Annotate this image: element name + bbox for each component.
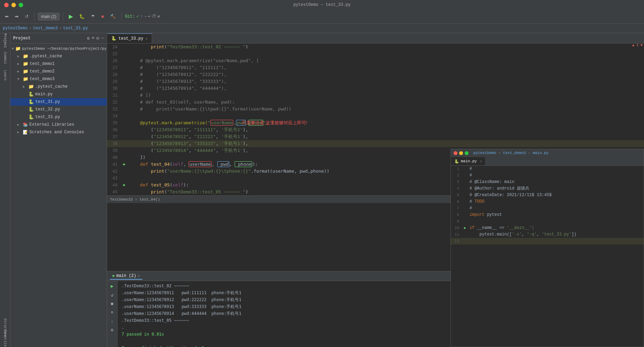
line-code-37: ("12345678912", "222222", '手机号1'), xyxy=(128,133,644,140)
tree-item-demo3[interactable]: ▼ 📁 test_demo3 xyxy=(10,75,107,83)
bottom-sidebar: ▶ ↺ ■ ≡ ↓ ⚙ xyxy=(107,281,117,347)
project-close-icon[interactable]: — xyxy=(101,36,104,41)
tree-label-demo2: test_demo2 xyxy=(30,69,55,74)
mini-title-dir[interactable]: test_demo3 xyxy=(503,151,526,155)
mini-line-11: 11 pytest.main(['-s', '-q', 'test_33.py'… xyxy=(451,231,644,238)
tab-run[interactable]: ▶ main (2) ✕ xyxy=(110,273,142,280)
code-line-28: 28 # ("12345678912", "222222"), xyxy=(107,71,644,78)
gutter-29 xyxy=(121,78,128,85)
mini-title-sep2: › xyxy=(528,151,532,155)
coverage-button[interactable]: ☂ xyxy=(89,13,97,20)
mini-line-10: 10 ▶ if __name__ == '__main__': xyxy=(451,225,644,231)
tree-arrow-demo1: ▶ xyxy=(17,62,21,66)
line-num-32: 32 xyxy=(107,99,121,106)
titlebar: pytestDemo – test_33.py xyxy=(0,0,644,10)
tree-item-ext-libs[interactable]: ▶ 📚 External Libraries xyxy=(10,121,107,128)
tree-arrow-ext: ▶ xyxy=(17,123,21,127)
project-file-tree: ▼ 📁 pytestDemo ~/Desktop/pythonProject/p… xyxy=(10,44,107,347)
sidebar-icon-project[interactable]: Project xyxy=(0,36,10,46)
mini-ln-11: 11 xyxy=(451,231,462,238)
maximize-button[interactable] xyxy=(19,3,23,7)
toolbar-separator2 xyxy=(63,12,63,21)
project-settings-icon[interactable]: ⚙ xyxy=(87,36,90,41)
build-button[interactable]: 🔨 xyxy=(108,13,118,20)
gutter-41: ▶ xyxy=(121,161,128,168)
tree-icon-pytest-d3: 📁 xyxy=(28,84,34,89)
project-panel-header: Project ⚙ ≡ ⊟ — xyxy=(10,33,107,44)
mini-code-area[interactable]: 1 # 2 # 3 # @ClassName: main 4 # @Author… xyxy=(451,166,644,347)
line-num-44: 44 xyxy=(107,182,121,189)
tree-arrow-pytest-d3: ▶ xyxy=(23,85,27,89)
mini-tab-main[interactable]: 🐍 main.py ✕ xyxy=(451,157,486,165)
toolbar-refresh[interactable]: ↺ xyxy=(23,13,31,20)
tab-close-test33[interactable]: ✕ xyxy=(145,37,148,41)
mini-ln-6: 6 xyxy=(451,199,462,205)
run-gutter-41[interactable]: ▶ xyxy=(123,161,126,168)
code-line-26: 26 # @pytest.mark.parametrize("userName,… xyxy=(107,57,644,64)
line-num-41: 41 xyxy=(107,161,121,168)
stop-button[interactable]: ■ xyxy=(99,13,106,20)
run-button[interactable]: ▶ xyxy=(67,12,75,21)
bs-stop-btn[interactable]: ■ xyxy=(110,300,115,308)
mini-tab-close[interactable]: ✕ xyxy=(480,160,482,163)
mini-title-file[interactable]: main.py xyxy=(533,151,549,155)
bs-rerun-btn[interactable]: ↺ xyxy=(110,291,115,299)
mini-gutter-10: ▶ xyxy=(462,225,468,231)
tab-test33[interactable]: 🐍 test_33.py ✕ xyxy=(107,33,152,43)
close-button[interactable] xyxy=(4,3,9,7)
mini-lc-7: # xyxy=(468,205,644,212)
code-line-37: 37 ("12345678912", "222222", '手机号1'), xyxy=(107,133,644,140)
breadcrumb-file[interactable]: test_33.py xyxy=(63,26,88,31)
tree-item-pytest-cache-d3[interactable]: ▶ 📁 .pytest_cache xyxy=(10,83,107,90)
mini-maximize-btn[interactable] xyxy=(465,151,468,155)
toolbar-separator xyxy=(34,12,35,21)
mini-run-10[interactable]: ▶ xyxy=(464,225,466,231)
tree-item-test33[interactable]: ▶ 🐍 test_33.py xyxy=(10,113,107,121)
tree-icon-ext: 📚 xyxy=(23,122,28,127)
tree-item-scratches[interactable]: ▶ 📝 Scratches and Consoles xyxy=(10,128,107,136)
line-code-25 xyxy=(128,50,644,57)
tree-item-demo1[interactable]: ▶ 📁 test_demo1 xyxy=(10,60,107,68)
mini-minimize-btn[interactable] xyxy=(459,151,463,155)
branch-selector[interactable]: main (2) xyxy=(38,13,59,20)
line-num-40: 40 xyxy=(107,154,121,161)
sidebar-icon-commit[interactable]: Commit xyxy=(0,53,10,63)
line-code-35: @pytest.mark.parametrize("userName,pwd,p… xyxy=(128,119,644,126)
project-collapse-icon[interactable]: ⊟ xyxy=(96,36,99,41)
minimize-button[interactable] xyxy=(11,3,16,7)
breadcrumb-dir[interactable]: test_demo3 xyxy=(33,26,58,31)
mini-close-btn[interactable] xyxy=(454,151,457,155)
debug-button[interactable]: 🐛 xyxy=(77,13,87,20)
tree-root[interactable]: ▼ 📁 pytestDemo ~/Desktop/pythonProject/p… xyxy=(10,45,107,52)
mini-title-root[interactable]: pytestDemo xyxy=(473,151,496,155)
tree-label-pytest-root: .pytest_cache xyxy=(30,54,62,59)
bs-filter-btn[interactable]: ≡ xyxy=(110,309,115,316)
mini-line-4: 4 # @Author: android 超级兵 xyxy=(451,185,644,192)
project-sort-icon[interactable]: ≡ xyxy=(92,36,95,41)
bs-settings-btn[interactable]: ⚙ xyxy=(110,326,115,334)
code-line-34: 34 xyxy=(107,113,644,119)
mini-lc-4: # @Author: android 超级兵 xyxy=(468,185,644,192)
tree-item-test32[interactable]: ▶ 🐍 test_32.py xyxy=(10,106,107,113)
breadcrumb-root[interactable]: pytestDemo xyxy=(3,26,28,31)
run-tab-close[interactable]: ✕ xyxy=(138,274,140,278)
bs-scroll-btn[interactable]: ↓ xyxy=(110,318,115,325)
toolbar-nav-back[interactable]: ⬅ xyxy=(3,13,11,20)
toolbar-nav-forward[interactable]: ➡ xyxy=(13,13,21,20)
tree-item-main-py[interactable]: ▶ 🐍 main.py xyxy=(10,90,107,98)
mini-editor: pytestDemo › test_demo3 › main.py 🐍 main… xyxy=(451,149,644,347)
gutter-40 xyxy=(121,154,128,161)
mini-lc-9 xyxy=(468,218,644,225)
tree-item-test31[interactable]: ▶ 🐍 test_31.py xyxy=(10,98,107,106)
sidebar-icon-favorites[interactable]: Favorites xyxy=(0,335,10,344)
mini-ln-10: 10 xyxy=(451,225,462,231)
code-line-25: 25 xyxy=(107,50,644,57)
code-line-24: 24 print("TestDemo33::test_02 ~~~~~~ ") xyxy=(107,44,644,50)
tree-item-demo2[interactable]: ▶ 📁 test_demo2 xyxy=(10,68,107,75)
tree-label-t31: test_31.py xyxy=(35,99,60,104)
bs-run-btn[interactable]: ▶ xyxy=(110,282,115,290)
tree-item-pytest-cache-root[interactable]: ▶ 📁 .pytest_cache xyxy=(10,52,107,60)
run-gutter-44[interactable]: ▶ xyxy=(123,182,126,189)
sidebar-icon-learn[interactable]: Learn xyxy=(0,70,10,80)
project-panel: Project ⚙ ≡ ⊟ — ▼ 📁 pytestDemo ~/Desktop… xyxy=(10,33,107,347)
